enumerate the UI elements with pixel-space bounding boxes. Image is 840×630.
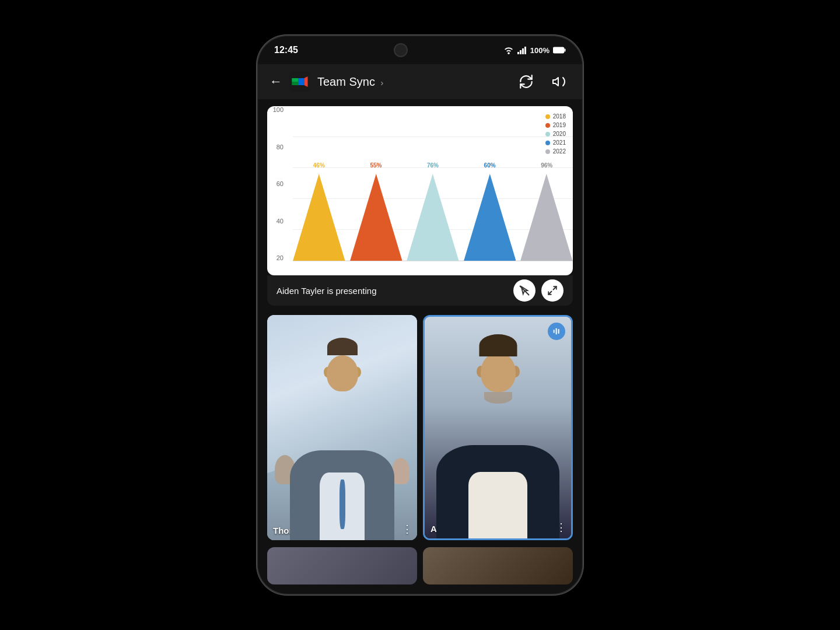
unpin-button[interactable]: [513, 279, 536, 302]
legend-2020: 2020: [545, 131, 566, 137]
bar-label-2022: 96%: [541, 162, 552, 169]
y-label-20: 20: [276, 254, 284, 261]
bar-svg-2022: [520, 174, 573, 261]
svg-rect-16: [554, 330, 555, 332]
cursor-off-icon: [519, 285, 530, 296]
legend-2018: 2018: [545, 113, 566, 120]
svg-rect-17: [556, 328, 557, 335]
legend-dot-2020: [545, 132, 550, 136]
thomas-tie: [340, 480, 345, 529]
presenter-bar: Aiden Tayler is presenting: [267, 275, 573, 306]
svg-rect-2: [522, 48, 524, 54]
rotate-icon: [519, 74, 534, 89]
legend-2021: 2021: [545, 139, 566, 146]
aiden-photo: [425, 317, 571, 538]
svg-marker-8: [293, 174, 345, 261]
bar-label-2020: 76%: [427, 162, 439, 169]
thomas-photo: [267, 315, 417, 540]
aiden-beard: [484, 392, 512, 404]
battery-percent: 100%: [530, 46, 550, 55]
status-bar: 12:45 100%: [258, 36, 582, 64]
bottom-card-2[interactable]: [423, 547, 573, 584]
y-label-60: 60: [276, 180, 284, 187]
bar-2021: 60%: [464, 174, 516, 261]
aiden-shirt: [468, 472, 527, 538]
participants-grid: Thomas ⋮: [258, 306, 582, 547]
thomas-menu-button[interactable]: ⋮: [402, 523, 412, 536]
header-bar: ← Team Sync ›: [258, 64, 582, 99]
participant-card-aiden[interactable]: Aiden ⋮: [423, 315, 573, 540]
participant-card-thomas[interactable]: Thomas ⋮: [267, 315, 417, 540]
fullscreen-icon: [547, 285, 558, 296]
bottom-card-1[interactable]: [267, 547, 417, 584]
chart-y-axis: 100 80 60 40 20: [267, 106, 288, 261]
bar-label-2018: 46%: [313, 162, 325, 169]
legend-label-2022: 2022: [553, 148, 566, 155]
svg-marker-7: [553, 78, 558, 86]
wifi-icon: [503, 46, 514, 54]
svg-rect-0: [517, 52, 519, 54]
legend-label-2018: 2018: [553, 113, 566, 120]
bar-svg-2020: [407, 174, 459, 261]
bar-svg-2019: [350, 174, 402, 261]
meeting-title-text: Team Sync: [317, 75, 375, 88]
svg-marker-10: [407, 174, 459, 261]
presenter-text: Aiden Tayler is presenting: [276, 286, 508, 296]
signal-icon: [517, 46, 527, 54]
aiden-face: [481, 352, 516, 392]
audio-icon: [552, 75, 566, 89]
fullscreen-button[interactable]: [541, 279, 564, 302]
svg-rect-1: [520, 50, 522, 54]
phone-body: 12:45 100%: [257, 35, 583, 595]
camera-notch: [394, 43, 408, 57]
thomas-face: [327, 355, 358, 391]
chart-bars: 46% 55%: [293, 106, 573, 261]
svg-marker-11: [464, 174, 516, 261]
legend-label-2019: 2019: [553, 122, 566, 128]
svg-marker-9: [350, 174, 402, 261]
phone-device: 12:45 100%: [257, 35, 583, 595]
legend-label-2020: 2020: [553, 131, 566, 137]
y-label-40: 40: [276, 218, 284, 225]
legend-2022: 2022: [545, 148, 566, 155]
thomas-hair: [327, 338, 358, 355]
header-actions: [514, 70, 570, 93]
phone-screen: 12:45 100%: [258, 36, 582, 594]
bottom-participants-row: [258, 547, 582, 594]
chart-legend: 2018 2019 2020 2021: [545, 113, 566, 155]
chart-container: 100 80 60 40 20 46%: [267, 106, 573, 275]
bar-label-2021: 60%: [484, 162, 496, 169]
audio-button[interactable]: [547, 70, 570, 93]
battery-icon: [553, 47, 566, 54]
bar-svg-2021: [464, 174, 516, 261]
svg-rect-3: [524, 47, 526, 54]
bar-2018: 46%: [293, 174, 345, 261]
meet-logo: [289, 71, 310, 92]
y-label-100: 100: [273, 106, 284, 113]
bottom-card-2-bg: [423, 547, 573, 584]
rotate-camera-button[interactable]: [514, 70, 538, 93]
legend-2019: 2019: [545, 122, 566, 128]
svg-rect-5: [564, 49, 565, 52]
legend-dot-2021: [545, 141, 550, 145]
legend-dot-2022: [545, 149, 550, 154]
bar-svg-2018: [293, 174, 345, 261]
y-label-80: 80: [276, 144, 284, 150]
bar-2020: 76%: [407, 174, 459, 261]
svg-marker-12: [520, 174, 573, 261]
svg-rect-18: [558, 329, 559, 334]
status-time: 12:45: [274, 45, 298, 55]
bar-label-2019: 55%: [370, 162, 382, 169]
speaking-waves-icon: [552, 327, 561, 336]
legend-dot-2018: [545, 114, 550, 119]
aiden-hair: [479, 334, 517, 356]
title-chevron: ›: [381, 78, 384, 88]
legend-dot-2019: [545, 123, 550, 128]
speaker-badge: [548, 323, 565, 340]
svg-rect-4: [553, 47, 564, 53]
bottom-card-1-bg: [267, 547, 417, 584]
legend-label-2021: 2021: [553, 139, 566, 146]
bar-2022: 96%: [520, 174, 573, 261]
back-button[interactable]: ←: [270, 74, 282, 89]
bg-person2: [392, 458, 410, 484]
